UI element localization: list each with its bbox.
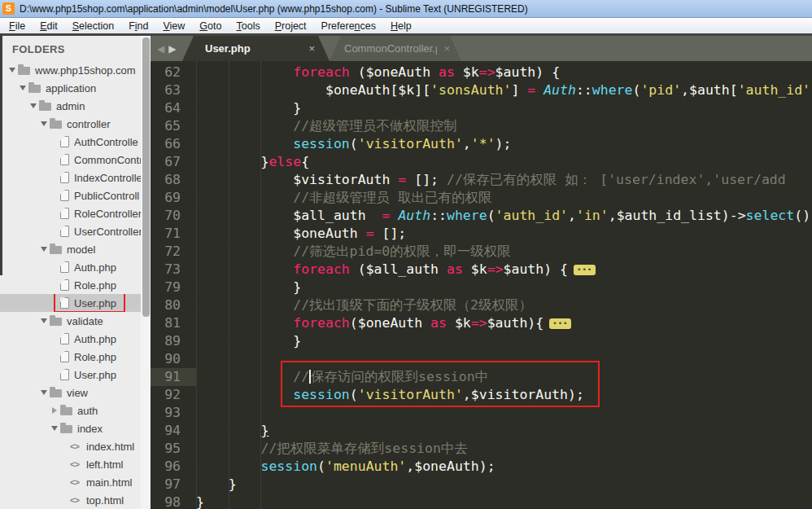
code-line-62[interactable]: 62 foreach ($oneAuth as $k=>$auth) { — [151, 64, 812, 81]
sidebar-file-indexcontrolle[interactable]: IndexControlle — [0, 169, 141, 186]
expand-arrow-icon[interactable] — [38, 390, 49, 395]
code-line-97[interactable]: 97 } — [151, 476, 812, 494]
menu-help[interactable]: Help — [383, 20, 419, 32]
sidebar-file-auth-php[interactable]: Auth.php — [0, 330, 141, 348]
tree-label: IndexControlle — [74, 172, 141, 184]
tree-label: PublicControll — [74, 190, 139, 202]
code-line-96[interactable]: 96 session('menuAuth',$oneAuth); — [151, 458, 812, 476]
expand-arrow-icon[interactable] — [17, 86, 28, 90]
sidebar-folder-admin[interactable]: admin — [0, 97, 141, 115]
code-line-66[interactable]: 66 session('visitorAuth','*'); — [151, 135, 812, 153]
code-line-79[interactable]: 79 } — [151, 279, 812, 296]
sidebar-file-authcontrolle[interactable]: AuthControlle — [0, 133, 141, 151]
sidebar-folder-www-php15shop-com[interactable]: www.php15shop.com — [0, 61, 141, 79]
sidebar-folder-index[interactable]: index — [0, 419, 141, 437]
menu-project[interactable]: Project — [268, 20, 314, 32]
code-line-72[interactable]: 72 //筛选出pid=0的权限，即一级权限 — [151, 243, 812, 261]
sidebar-file-role-php[interactable]: Role.php — [0, 348, 141, 366]
code-line-63[interactable]: 63 $oneAuth[$k]['sonsAuth'] = Auth::wher… — [151, 81, 812, 99]
sidebar-file-publiccontroll[interactable]: PublicControll — [0, 186, 141, 204]
sidebar-file-user-php[interactable]: User.php — [0, 294, 141, 312]
code-text: $oneAuth[$k]['sonsAuth'] = Auth::where('… — [196, 81, 810, 99]
code-line-95[interactable]: 95 //把权限菜单存储到session中去 — [151, 440, 812, 458]
line-number: 81 — [151, 314, 196, 332]
code-line-81[interactable]: 81 foreach($oneAuth as $k=>$auth){••• — [151, 314, 812, 332]
menu-view[interactable]: View — [155, 20, 192, 32]
expand-arrow-icon[interactable] — [38, 121, 49, 126]
sidebar-file-main-html[interactable]: <>main.html — [0, 473, 141, 491]
code-line-89[interactable]: 89 } — [151, 332, 812, 350]
sidebar-file-top-html[interactable]: <>top.html — [0, 491, 141, 509]
sidebar-file-user-php[interactable]: User.php — [0, 366, 141, 384]
sidebar-folder-auth[interactable]: auth — [0, 401, 141, 419]
sidebar-folder-validate[interactable]: validate — [0, 312, 141, 330]
code-text: } — [196, 99, 301, 117]
expand-arrow-icon[interactable] — [28, 103, 38, 108]
code-text: } — [196, 332, 301, 350]
sidebar-file-index-html[interactable]: <>index.html — [0, 437, 141, 455]
sidebar-file-commoncontr[interactable]: CommonContr — [0, 151, 141, 169]
menu-find[interactable]: Find — [121, 20, 155, 32]
code-area[interactable]: 62 foreach ($oneAuth as $k=>$auth) {63 $… — [151, 61, 812, 509]
line-number: 89 — [151, 332, 196, 350]
sidebar-folder-model[interactable]: model — [0, 240, 141, 258]
menu-file[interactable]: File — [2, 20, 33, 32]
menu-edit[interactable]: Edit — [33, 20, 65, 32]
code-line-65[interactable]: 65 //超级管理员不做权限控制 — [151, 117, 812, 135]
collapse-arrow-icon[interactable] — [49, 407, 59, 414]
code-text: } — [196, 279, 301, 296]
close-icon[interactable]: × — [443, 42, 450, 55]
code-line-69[interactable]: 69 //非超级管理员 取出已有的权限 — [151, 189, 812, 207]
code-text: //筛选出pid=0的权限，即一级权限 — [196, 243, 511, 261]
line-number: 64 — [151, 99, 196, 117]
sidebar-file-left-html[interactable]: <>left.html — [0, 455, 141, 473]
sidebar-file-role-php[interactable]: Role.php — [0, 276, 141, 294]
sidebar-folder-view[interactable]: view — [0, 384, 141, 401]
file-icon — [60, 208, 69, 219]
code-line-68[interactable]: 68 $visitorAuth = []; //保存已有的权限 如： ['use… — [151, 171, 812, 189]
code-line-94[interactable]: 94 } — [151, 422, 812, 440]
fold-ellipsis-icon[interactable]: ••• — [549, 318, 571, 329]
close-icon[interactable]: × — [308, 42, 315, 55]
tab-user-php[interactable]: User.php × — [182, 36, 330, 61]
folder-icon — [50, 246, 62, 254]
file-icon — [60, 154, 69, 165]
app-window: S D:\www.php15shop.com\application\admin… — [0, 0, 812, 509]
code-line-70[interactable]: 70 $all_auth = Auth::where('auth_id','in… — [151, 207, 812, 225]
menu-preferences[interactable]: Preferences — [314, 20, 383, 32]
expand-arrow-icon[interactable] — [38, 247, 49, 252]
line-number: 62 — [151, 64, 196, 81]
expand-arrow-icon[interactable] — [38, 318, 49, 323]
code-line-64[interactable]: 64 } — [151, 99, 812, 117]
tab-scroll-left-icon[interactable]: ◀ — [157, 43, 164, 55]
sidebar-file-auth-php[interactable]: Auth.php — [0, 258, 141, 276]
code-line-67[interactable]: 67 }else{ — [151, 153, 812, 171]
line-number: 63 — [151, 81, 196, 99]
sidebar-file-rolecontroller[interactable]: RoleController — [0, 204, 141, 222]
sidebar-scrollbar-thumb[interactable] — [142, 37, 150, 317]
menu-tools[interactable]: Tools — [229, 20, 267, 32]
menubar-items: FileEditSelectionFindViewGotoToolsProjec… — [0, 18, 812, 33]
fold-ellipsis-icon[interactable]: ••• — [574, 265, 596, 275]
code-text: }else{ — [196, 153, 309, 171]
tab-commoncontroller-php[interactable]: CommonController.php × — [330, 36, 461, 61]
line-number: 66 — [151, 135, 196, 153]
tab-scroll-right-icon[interactable]: ▶ — [168, 43, 176, 55]
sidebar-folder-controller[interactable]: controller — [0, 115, 141, 133]
editor: ◀ ▶ User.php × CommonController.php × — [151, 36, 812, 509]
code-line-80[interactable]: 80 //找出顶级下面的子级权限（2级权限） — [151, 296, 812, 314]
sidebar: FOLDERS www.php15shop.comapplicationadmi… — [0, 36, 151, 509]
line-number: 90 — [151, 350, 196, 368]
sublime-logo-icon: S — [2, 2, 15, 15]
code-line-73[interactable]: 73 foreach ($all_auth as $k=>$auth) {••• — [151, 261, 812, 279]
sidebar-file-usercontroller[interactable]: UserController — [0, 222, 141, 240]
sidebar-folder-application[interactable]: application — [0, 79, 141, 97]
title-bar[interactable]: S D:\www.php15shop.com\application\admin… — [0, 0, 812, 18]
code-line-71[interactable]: 71 $oneAuth = []; — [151, 225, 812, 243]
expand-arrow-icon[interactable] — [49, 426, 59, 431]
menu-goto[interactable]: Goto — [192, 20, 229, 32]
menu-selection[interactable]: Selection — [65, 20, 121, 32]
html-file-icon: <> — [70, 459, 84, 469]
expand-arrow-icon[interactable] — [7, 68, 17, 72]
code-line-98[interactable]: 98} — [151, 494, 812, 509]
